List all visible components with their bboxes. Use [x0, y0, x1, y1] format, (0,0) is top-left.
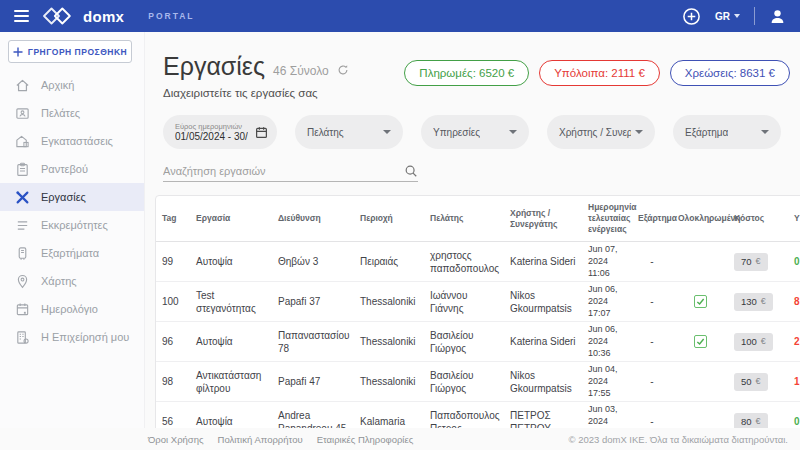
sidebar-item-parts[interactable]: Εξαρτήματα [0, 239, 144, 267]
page-subtitle: Διαχειριστείτε τις εργασίες σας [163, 87, 349, 99]
installation-icon [15, 134, 30, 149]
table-header-row: Tag Εργασία Διεύθυνση Περιοχή Πελάτης Χρ… [156, 196, 800, 242]
search-bar [163, 164, 418, 182]
column-header: Tag [156, 196, 190, 242]
filter-dropdown[interactable]: Εξάρτημα [673, 115, 781, 149]
column-header: Διεύθυνση [272, 196, 354, 242]
euro-sign: € [761, 336, 766, 348]
cell-cost: 70 € [728, 242, 788, 282]
column-header: Εργασία [190, 196, 272, 242]
cell-last-action-date: Jun 07, 2024 11:06 [582, 242, 632, 282]
add-circle-icon[interactable] [682, 7, 701, 26]
table-row[interactable]: 98 Αντικατάσταση φίλτρου Papafi 47 Thess… [156, 362, 800, 402]
column-header: Ημερομηνία τελευταίας ενέργειας [582, 196, 632, 242]
cell-address: Papafi 37 [272, 282, 354, 322]
cell-last-action-date: Jun 06, 2024 10:36 [582, 322, 632, 362]
cell-address: Papafi 47 [272, 362, 354, 402]
filters-row: Εύρος ημερομηνιών 01/05/2024 - 30/ Πελάτ… [163, 115, 800, 149]
sidebar-item-tasks[interactable]: Εργασίες [0, 183, 144, 211]
cost-chip: 130 € [734, 293, 773, 311]
cell-completed [672, 282, 728, 322]
column-header: Κόστος [728, 196, 788, 242]
sidebar-item-my-business[interactable]: Η Επιχείρησή μου [0, 323, 144, 351]
cell-balance: 1 [788, 362, 800, 402]
cell-area: Thessaloniki [354, 322, 424, 362]
cell-part: - [632, 322, 672, 362]
footer-link[interactable]: Όροι Χρήσης [148, 434, 204, 445]
sidebar-item-installations[interactable]: Εγκαταστάσεις [0, 127, 144, 155]
cell-client: Ιωάννου Γιάννης [424, 282, 504, 322]
footer-link[interactable]: Εταιρικές Πληροφορίες [317, 434, 414, 445]
search-icon [404, 164, 418, 178]
filter-dropdown[interactable]: Υπηρεσίες [421, 115, 529, 149]
sidebar-item-appointments[interactable]: Ραντεβού [0, 155, 144, 183]
cell-user: Nikos Gkourmpatsis [504, 362, 582, 402]
menu-icon[interactable] [14, 10, 29, 22]
clipboard-icon [15, 162, 30, 177]
payments-pill: Πληρωμές: 6520 € [404, 60, 529, 86]
column-header: Πελάτης [424, 196, 504, 242]
cost-chip: 50 € [734, 373, 768, 391]
chevron-down-icon [734, 14, 740, 18]
cell-completed [672, 362, 728, 402]
filter-dropdown[interactable]: Πελάτης [295, 115, 403, 149]
language-selector[interactable]: GR [715, 11, 740, 22]
filter-dropdown[interactable]: Χρήστης / Συνερ... [547, 115, 655, 149]
contacts-icon [15, 106, 30, 121]
business-icon [15, 330, 30, 345]
footer-link[interactable]: Πολιτική Απορρήτου [218, 434, 303, 445]
date-range-filter[interactable]: Εύρος ημερομηνιών 01/05/2024 - 30/ [163, 115, 277, 149]
sidebar-item-home[interactable]: Αρχική [0, 71, 144, 99]
cell-cost: 130 € [728, 282, 788, 322]
cell-tag: 99 [156, 242, 190, 282]
cell-part: - [632, 242, 672, 282]
search-input[interactable] [163, 165, 404, 177]
table-row[interactable]: 99 Αυτοψία Θηβών 3 Πειραιάς χρηστοςς παπ… [156, 242, 800, 282]
tasks-table-card: Tag Εργασία Διεύθυνση Περιοχή Πελάτης Χρ… [155, 195, 800, 450]
user-icon[interactable] [769, 8, 786, 25]
copyright: © 2023 domX ΙΚΕ. Όλα τα δικαιώματα διατη… [569, 434, 789, 445]
cell-client: Βασιλείου Γιώργος [424, 322, 504, 362]
pending-list-icon [15, 218, 30, 233]
cell-completed [672, 322, 728, 362]
date-range-value: 01/05/2024 - 30/ [175, 131, 248, 142]
column-header: Υ [788, 196, 800, 242]
completed-checkbox[interactable] [694, 335, 707, 348]
cell-last-action-date: Jun 06, 2024 17:07 [582, 282, 632, 322]
home-icon [15, 78, 30, 93]
brand-name: domx [83, 8, 124, 25]
table-row[interactable]: 100 Test στεγανότητας Papafi 37 Thessalo… [156, 282, 800, 322]
cell-address: Θηβών 3 [272, 242, 354, 282]
language-code: GR [715, 11, 730, 22]
cell-cost: 50 € [728, 362, 788, 402]
completed-checkbox[interactable] [694, 295, 707, 308]
cell-tag: 96 [156, 322, 190, 362]
cost-chip: 70 € [734, 253, 768, 271]
map-pin-icon [15, 274, 30, 289]
sidebar-item-map[interactable]: Χάρτης [0, 267, 144, 295]
table-row[interactable]: 96 Αυτοψία Παπαναστασίου 78 Thessaloniki… [156, 322, 800, 362]
footer: Όροι Χρήσης Πολιτική Απορρήτου Εταιρικές… [0, 428, 800, 450]
sidebar-nav: Αρχική Πελάτες Εγκαταστάσεις Ραντεβού Ερ… [0, 71, 144, 351]
sidebar-item-clients[interactable]: Πελάτες [0, 99, 144, 127]
topbar-divider [754, 7, 755, 25]
cost-chip: 100 € [734, 333, 773, 351]
cell-part: - [632, 282, 672, 322]
cell-address: Παπαναστασίου 78 [272, 322, 354, 362]
column-header: Ολοκληρωμένη [672, 196, 728, 242]
cell-cost: 100 € [728, 322, 788, 362]
cell-user: Katerina Sideri [504, 242, 582, 282]
cell-area: Thessaloniki [354, 282, 424, 322]
chevron-down-icon [383, 130, 391, 134]
column-header: Εξάρτημα [632, 196, 672, 242]
cell-balance: 2 [788, 322, 800, 362]
sidebar-item-pending[interactable]: Εκκρεμότητες [0, 211, 144, 239]
refresh-icon[interactable] [337, 64, 349, 76]
euro-sign: € [756, 256, 761, 268]
cell-last-action-date: Jun 04, 2024 17:55 [582, 362, 632, 402]
cell-part: - [632, 362, 672, 402]
sidebar-item-calendar[interactable]: Ημερολόγιο [0, 295, 144, 323]
quick-add-button[interactable]: ΓΡΗΓΟΡΗ ΠΡΟΣΘΗΚΗ [8, 40, 132, 63]
cell-client: Βασιλείου Γιώργος [424, 362, 504, 402]
cell-tag: 100 [156, 282, 190, 322]
